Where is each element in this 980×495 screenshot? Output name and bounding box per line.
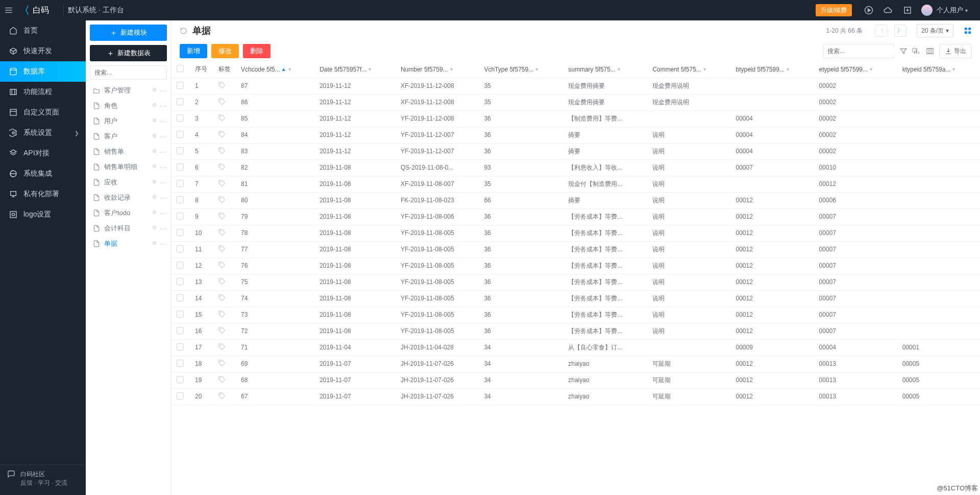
- table-row[interactable]: 14742019-11-08YF-2019-11-08-00536【劳务成本】等…: [172, 290, 980, 307]
- table-row[interactable]: 19682019-11-07JH-2019-11-07-02634zhaiyao…: [172, 372, 980, 388]
- row-checkbox[interactable]: [177, 245, 184, 252]
- row-checkbox[interactable]: [177, 131, 184, 138]
- tag-icon[interactable]: [218, 294, 226, 301]
- chevron-down-icon[interactable]: ▾: [965, 8, 968, 13]
- tree-item-3[interactable]: 客户⚙⋯: [86, 129, 171, 144]
- tree-item-8[interactable]: 客户todo⚙⋯: [86, 205, 171, 221]
- view-grid-icon[interactable]: [964, 27, 972, 35]
- row-checkbox[interactable]: [177, 294, 184, 301]
- page-next-button[interactable]: 〉: [894, 25, 906, 37]
- nav-item-7[interactable]: 系统集成: [0, 163, 86, 184]
- table-row[interactable]: 8802019-11-08FK-2019-11-08-02366摘要说明0001…: [172, 192, 980, 208]
- columns-icon[interactable]: [926, 47, 934, 55]
- row-checkbox[interactable]: [177, 213, 184, 220]
- table-row[interactable]: 9792019-11-08YF-2019-11-08-00636【劳务成本】等费…: [172, 208, 980, 225]
- col-2[interactable]: Vchcode 5f5...▲▾: [236, 61, 314, 78]
- row-checkbox[interactable]: [177, 180, 184, 187]
- nav-item-3[interactable]: 功能流程: [0, 82, 86, 102]
- more-icon[interactable]: ⋯: [160, 225, 167, 232]
- table-row[interactable]: 13752019-11-08YF-2019-11-08-00536【劳务成本】等…: [172, 274, 980, 290]
- brand-logo[interactable]: 〈 白码: [19, 4, 49, 17]
- select-all-checkbox[interactable]: [177, 65, 184, 72]
- row-checkbox[interactable]: [177, 196, 184, 203]
- upgrade-button[interactable]: 升级/续费: [816, 4, 852, 16]
- tag-icon[interactable]: [218, 262, 226, 269]
- col-5[interactable]: VchType 5f5759...▾: [479, 61, 563, 78]
- play-icon[interactable]: [864, 6, 873, 15]
- nav-item-9[interactable]: logo设置: [0, 204, 86, 225]
- table-row[interactable]: 11772019-11-08YF-2019-11-08-00536【劳务成本】等…: [172, 241, 980, 257]
- tree-item-0[interactable]: 客户管理⚙⋯: [86, 83, 171, 98]
- table-row[interactable]: 1872019-11-12XF-2019-11-12-00835现金费用摘要现金…: [172, 78, 980, 94]
- row-checkbox[interactable]: [177, 376, 184, 383]
- row-checkbox[interactable]: [177, 343, 184, 350]
- col-7[interactable]: Comment 5f575...▾: [647, 61, 730, 78]
- tag-icon[interactable]: [218, 376, 226, 383]
- tag-icon[interactable]: [218, 147, 226, 154]
- nav-item-6[interactable]: API对接: [0, 143, 86, 163]
- col-6[interactable]: summary 5f575...▾: [563, 61, 647, 78]
- tag-icon[interactable]: [218, 180, 226, 187]
- row-checkbox[interactable]: [177, 327, 184, 334]
- more-icon[interactable]: ⋯: [160, 163, 167, 171]
- settings-icon[interactable]: ⚙: [152, 133, 157, 140]
- edit-button[interactable]: 修改: [211, 44, 239, 58]
- table-row[interactable]: 20672019-11-07JH-2019-11-07-02634zhaiyao…: [172, 388, 980, 405]
- avatar[interactable]: [921, 5, 933, 16]
- nav-item-8[interactable]: 私有化部署: [0, 184, 86, 204]
- download-icon[interactable]: [903, 6, 912, 15]
- rows-per-page-select[interactable]: 20 条/页▾: [917, 24, 953, 37]
- row-checkbox[interactable]: [177, 114, 184, 122]
- table-search[interactable]: [823, 44, 894, 58]
- table-row[interactable]: 12762019-11-08YF-2019-11-08-00536【劳务成本】等…: [172, 257, 980, 274]
- add-button[interactable]: 新增: [180, 44, 207, 58]
- delete-button[interactable]: 删除: [243, 44, 271, 58]
- tag-icon[interactable]: [218, 98, 226, 105]
- table-search-input[interactable]: [823, 48, 908, 55]
- row-checkbox[interactable]: [177, 392, 184, 399]
- table-row[interactable]: 5832019-11-12YF-2019-11-12-00736摘要说明0000…: [172, 143, 980, 159]
- refresh-icon[interactable]: [180, 27, 187, 35]
- tree-item-9[interactable]: 会计科目⚙⋯: [86, 221, 171, 236]
- tag-icon[interactable]: [218, 311, 226, 318]
- settings-icon[interactable]: ⚙: [152, 225, 157, 232]
- menu-toggle[interactable]: [4, 6, 13, 15]
- settings-icon[interactable]: ⚙: [152, 102, 157, 110]
- tree-item-4[interactable]: 销售单⚙⋯: [86, 144, 171, 159]
- row-checkbox[interactable]: [177, 82, 184, 89]
- row-checkbox[interactable]: [177, 229, 184, 236]
- table-row[interactable]: 4842019-11-12YF-2019-11-12-00736摘要说明0000…: [172, 127, 980, 143]
- col-8[interactable]: btypeid 5f57599...▾: [731, 61, 814, 78]
- col-tag[interactable]: 标签: [213, 61, 236, 78]
- create-module-button[interactable]: ＋新建模块: [90, 25, 167, 41]
- tree-item-6[interactable]: 应收⚙⋯: [86, 175, 171, 190]
- row-checkbox[interactable]: [177, 98, 184, 105]
- settings-icon[interactable]: ⚙: [152, 148, 157, 156]
- more-icon[interactable]: ⋯: [160, 194, 167, 202]
- more-icon[interactable]: ⋯: [160, 209, 167, 217]
- page-prev-button[interactable]: 〈: [875, 25, 887, 37]
- row-checkbox[interactable]: [177, 163, 184, 171]
- tree-item-1[interactable]: 角色⚙⋯: [86, 98, 171, 113]
- table-row[interactable]: 15732019-11-08YF-2019-11-08-00536【劳务成本】等…: [172, 307, 980, 323]
- table-row[interactable]: 3852019-11-12YF-2019-11-12-00836【制造费用】等费…: [172, 110, 980, 127]
- more-icon[interactable]: ⋯: [160, 148, 167, 156]
- tag-icon[interactable]: [218, 163, 226, 171]
- community-link[interactable]: 白码社区 反馈 · 学习 · 交流: [0, 464, 86, 495]
- tag-icon[interactable]: [218, 131, 226, 138]
- cloud-icon[interactable]: [884, 6, 893, 15]
- breadcrumb[interactable]: 默认系统 · 工作台: [68, 6, 124, 15]
- chart-icon[interactable]: [913, 47, 921, 55]
- table-row[interactable]: 2862019-11-12XF-2019-11-12-00835现金费用摘要现金…: [172, 94, 980, 110]
- row-checkbox[interactable]: [177, 262, 184, 269]
- tag-icon[interactable]: [218, 245, 226, 252]
- settings-icon[interactable]: ⚙: [152, 209, 157, 217]
- export-button[interactable]: 导出: [939, 44, 972, 58]
- tree-search-input[interactable]: [90, 69, 175, 76]
- nav-item-0[interactable]: 首页: [0, 20, 86, 41]
- more-icon[interactable]: ⋯: [160, 133, 167, 140]
- row-checkbox[interactable]: [177, 311, 184, 318]
- tag-icon[interactable]: [218, 327, 226, 334]
- row-checkbox[interactable]: [177, 278, 184, 285]
- table-row[interactable]: 7812019-11-08XF-2019-11-08-00735现金付【制造费用…: [172, 176, 980, 192]
